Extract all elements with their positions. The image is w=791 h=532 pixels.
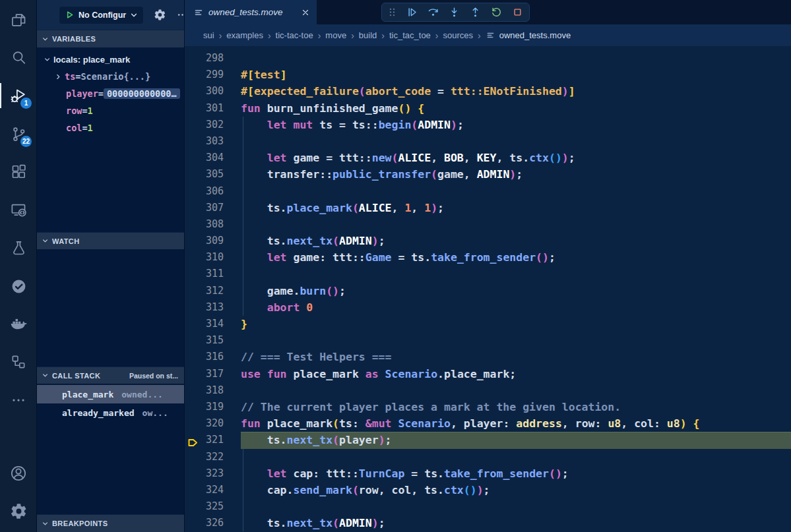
breadcrumb-item[interactable]: sources bbox=[443, 30, 474, 40]
line-number[interactable]: 308 bbox=[185, 216, 241, 233]
code-text[interactable]: let cap: ttt::TurnCap = ts.take_from_sen… bbox=[241, 465, 791, 482]
variable-row-row[interactable]: row = 1 bbox=[37, 102, 184, 119]
code-line[interactable]: 305 transfer::public_transfer(game, ADMI… bbox=[185, 166, 791, 183]
line-number[interactable]: 318 bbox=[185, 382, 241, 399]
docker-icon[interactable] bbox=[0, 309, 37, 338]
line-number[interactable]: 325 bbox=[185, 498, 241, 515]
line-number[interactable]: 319 bbox=[185, 399, 241, 415]
code-text[interactable]: // The current player places a mark at t… bbox=[241, 399, 791, 415]
code-line[interactable]: 314} bbox=[185, 316, 791, 332]
code-line[interactable]: 317use fun place_mark as Scenario.place_… bbox=[185, 366, 791, 382]
code-line[interactable]: 316// === Test Helpers === bbox=[185, 349, 791, 365]
source-control-icon[interactable]: 22 bbox=[0, 119, 37, 148]
toolbar-drag-handle-icon[interactable] bbox=[387, 7, 397, 18]
tab-owned-tests[interactable]: owned_tests.move bbox=[185, 0, 317, 24]
breadcrumb-item[interactable]: tic_tac_toe bbox=[389, 30, 431, 40]
variable-row-col[interactable]: col = 1 bbox=[37, 119, 184, 136]
line-number[interactable]: 317 bbox=[185, 366, 241, 382]
code-line[interactable]: 325 bbox=[185, 498, 791, 515]
code-text[interactable]: ts.next_tx(ADMIN); bbox=[241, 515, 791, 531]
test-results-check-icon[interactable] bbox=[0, 272, 37, 301]
breadcrumb-file[interactable]: owned_tests.move bbox=[486, 30, 571, 40]
watch-section-header[interactable]: WATCH bbox=[37, 232, 184, 249]
code-text[interactable] bbox=[241, 266, 791, 282]
code-line[interactable]: 309 ts.next_tx(ADMIN); bbox=[185, 233, 791, 249]
testing-beaker-icon[interactable] bbox=[0, 233, 37, 262]
line-number[interactable]: 304 bbox=[185, 150, 241, 166]
breakpoints-section-header[interactable]: BREAKPOINTS bbox=[37, 514, 184, 532]
step-out-button-icon[interactable] bbox=[469, 6, 482, 18]
line-number[interactable]: 299 bbox=[185, 67, 241, 83]
settings-gear-icon[interactable] bbox=[0, 496, 37, 525]
step-over-button-icon[interactable] bbox=[427, 6, 439, 18]
code-line[interactable]: 310 let game: ttt::Game = ts.take_from_s… bbox=[185, 249, 791, 266]
code-text[interactable]: cap.send_mark(row, col, ts.ctx()); bbox=[241, 482, 791, 498]
code-text[interactable] bbox=[241, 498, 791, 515]
code-line[interactable]: 320fun place_mark(ts: &mut Scenario, pla… bbox=[185, 415, 791, 432]
code-line[interactable]: 323 let cap: ttt::TurnCap = ts.take_from… bbox=[185, 465, 791, 482]
code-line[interactable]: 321 ts.next_tx(player); bbox=[185, 432, 791, 448]
code-line[interactable]: 303 bbox=[185, 133, 791, 150]
line-number[interactable]: 311 bbox=[185, 266, 241, 282]
code-line[interactable]: 311 bbox=[185, 266, 791, 282]
code-text[interactable]: } bbox=[241, 316, 791, 332]
code-text[interactable] bbox=[241, 183, 791, 200]
code-text[interactable] bbox=[241, 216, 791, 233]
line-number[interactable]: 313 bbox=[185, 299, 241, 316]
search-icon[interactable] bbox=[0, 43, 37, 72]
breadcrumb-item[interactable]: sui bbox=[203, 30, 214, 40]
extensions-icon[interactable] bbox=[0, 157, 37, 186]
code-text[interactable]: let game: ttt::Game = ts.take_from_sende… bbox=[241, 249, 791, 266]
breadcrumb-item[interactable]: examples bbox=[226, 30, 263, 40]
code-text[interactable] bbox=[241, 332, 791, 349]
close-icon[interactable] bbox=[301, 8, 310, 17]
code-text[interactable]: ts.next_tx(player); bbox=[241, 432, 791, 448]
line-number[interactable]: 309 bbox=[185, 233, 241, 249]
code-text[interactable]: #[test] bbox=[241, 67, 791, 83]
code-text[interactable]: ts.place_mark(ALICE, 1, 1); bbox=[241, 200, 791, 216]
code-area[interactable]: 298299#[test]300#[expected_failure(abort… bbox=[185, 46, 791, 532]
stack-frame[interactable]: place_mark owned... bbox=[37, 385, 184, 403]
variables-section-header[interactable]: VARIABLES bbox=[37, 30, 184, 47]
breadcrumb-item[interactable]: move bbox=[325, 30, 346, 40]
line-number[interactable]: 316 bbox=[185, 349, 241, 365]
start-debug-button[interactable]: No Configur bbox=[59, 7, 143, 24]
code-line[interactable]: 299#[test] bbox=[185, 67, 791, 83]
step-into-button-icon[interactable] bbox=[448, 6, 460, 18]
line-number[interactable]: 322 bbox=[185, 449, 241, 465]
code-line[interactable]: 318 bbox=[185, 382, 791, 399]
code-text[interactable]: let game = ttt::new(ALICE, BOB, KEY, ts.… bbox=[241, 150, 791, 166]
line-number[interactable]: 307 bbox=[185, 200, 241, 216]
code-text[interactable]: // === Test Helpers === bbox=[241, 349, 791, 365]
code-line[interactable]: 313 abort 0 bbox=[185, 299, 791, 316]
code-line[interactable]: 315 bbox=[185, 332, 791, 349]
code-line[interactable]: 298 bbox=[185, 50, 791, 67]
line-number[interactable]: 314 bbox=[185, 316, 241, 332]
variable-row-ts[interactable]: ts = Scenario{...} bbox=[37, 68, 184, 85]
code-line[interactable]: 300#[expected_failure(abort_code = ttt::… bbox=[185, 83, 791, 100]
stop-button-icon[interactable] bbox=[511, 6, 524, 18]
debug-settings-gear-icon[interactable] bbox=[154, 9, 166, 21]
continue-button-icon[interactable] bbox=[406, 6, 418, 18]
code-text[interactable]: game.burn(); bbox=[241, 283, 791, 299]
line-number[interactable]: 324 bbox=[185, 482, 241, 498]
stack-frame[interactable]: already_marked ow... bbox=[37, 403, 184, 422]
line-number[interactable]: 302 bbox=[185, 117, 241, 133]
code-line[interactable]: 307 ts.place_mark(ALICE, 1, 1); bbox=[185, 200, 791, 216]
code-line[interactable]: 301fun burn_unfinished_game() { bbox=[185, 100, 791, 117]
code-line[interactable]: 306 bbox=[185, 183, 791, 200]
line-number[interactable]: 300 bbox=[185, 83, 241, 100]
line-number[interactable]: 303 bbox=[185, 133, 241, 150]
breadcrumb-item[interactable]: tic-tac-toe bbox=[276, 30, 313, 40]
code-text[interactable]: use fun place_mark as Scenario.place_mar… bbox=[241, 366, 791, 382]
code-text[interactable] bbox=[241, 382, 791, 399]
code-line[interactable]: 326 ts.next_tx(ADMIN); bbox=[185, 515, 791, 531]
code-line[interactable]: 304 let game = ttt::new(ALICE, BOB, KEY,… bbox=[185, 150, 791, 166]
code-text[interactable]: #[expected_failure(abort_code = ttt::ENo… bbox=[241, 83, 791, 100]
code-text[interactable]: abort 0 bbox=[241, 299, 791, 316]
chevron-right-icon[interactable] bbox=[55, 73, 62, 80]
account-icon[interactable] bbox=[0, 459, 37, 488]
code-text[interactable] bbox=[241, 133, 791, 150]
code-line[interactable]: 322 bbox=[185, 449, 791, 465]
line-number[interactable]: 320 bbox=[185, 415, 241, 432]
